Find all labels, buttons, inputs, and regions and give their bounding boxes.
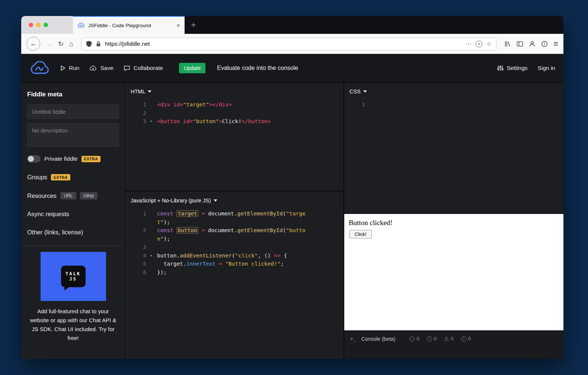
code-token <box>198 227 202 233</box>
code-token: </button> <box>242 118 271 124</box>
fold-caret-icon[interactable]: ▾ <box>146 251 156 260</box>
extra-badge: EXTRA <box>51 174 70 180</box>
zoom-window-button[interactable] <box>44 23 48 27</box>
error-icon: ! <box>409 336 415 342</box>
code-line: n"); <box>125 235 343 243</box>
reload-button[interactable]: ↻ <box>58 41 64 47</box>
code-token: t" <box>157 219 163 225</box>
home-button[interactable]: ⌂ <box>69 41 73 47</box>
code-line: 6}); <box>125 268 343 277</box>
minimize-window-button[interactable] <box>36 23 41 27</box>
code-text: target.innerText = "Button clicked!"; <box>156 260 284 268</box>
console-badges: !0!0⚠0!0 <box>409 336 470 342</box>
settings-button[interactable]: Settings <box>497 65 528 71</box>
fiddle-title-input[interactable] <box>27 104 119 119</box>
sidebar-item-other[interactable]: Other (links, license) <box>27 229 119 236</box>
fold-caret-icon[interactable]: ▾ <box>146 117 156 126</box>
chevron-down-icon[interactable] <box>363 90 367 93</box>
update-button[interactable]: Update <box>179 63 205 73</box>
jsfiddle-logo-icon[interactable] <box>29 61 50 75</box>
bookmark-star-icon[interactable]: ☆ <box>486 41 492 47</box>
code-text <box>375 100 376 109</box>
sidebar-item-async-requests[interactable]: Async requests <box>27 211 119 218</box>
console-bar[interactable]: >_ Console (beta) !0!0⚠0!0 <box>344 330 563 347</box>
html-editor[interactable]: 1<div id="target"></div>23▾<button id="b… <box>125 97 343 126</box>
fiddle-description-input[interactable] <box>27 123 119 147</box>
fold-spacer <box>365 100 375 109</box>
line-number <box>125 235 146 243</box>
css-panel: CSS 1 <box>344 83 563 214</box>
account-icon[interactable] <box>529 41 536 47</box>
sidebar-toggle-icon[interactable] <box>517 41 523 47</box>
line-number: 2 <box>125 226 146 235</box>
js-editor[interactable]: 1const target = document.getElementById(… <box>125 206 343 276</box>
code-text: const target = document.getElementById("… <box>156 209 306 218</box>
library-icon[interactable] <box>504 41 511 47</box>
code-token: getElementById <box>237 211 283 217</box>
code-token: = <box>202 227 205 233</box>
chevron-down-icon[interactable] <box>148 90 151 93</box>
html-panel-label[interactable]: HTML <box>131 89 145 94</box>
line-number: 3 <box>125 117 146 126</box>
code-token: "Button clicked!" <box>225 261 280 267</box>
console-badge-info[interactable]: !0 <box>427 336 437 342</box>
sign-in-link[interactable]: Sign in <box>538 65 555 71</box>
lock-icon <box>96 41 101 47</box>
terminal-icon: >_ <box>350 336 357 342</box>
console-badge-warning[interactable]: ⚠0 <box>444 336 454 342</box>
private-fiddle-label: Private fiddle <box>44 156 78 162</box>
css-editor[interactable]: 1 <box>344 97 563 109</box>
sidebar-item-groups[interactable]: Groups EXTRA <box>27 174 119 181</box>
code-line: 2const button = document.getElementById(… <box>125 226 343 235</box>
tracking-shield-icon[interactable] <box>86 41 92 47</box>
tab-close-icon[interactable]: × <box>176 22 180 29</box>
desktop-background: JSFiddle - Code Playground × + ← → ↻ ⌂ h… <box>0 0 588 375</box>
browser-tab[interactable]: JSFiddle - Code Playground × <box>73 16 185 34</box>
code-line: 4▾button.addEventListener("click", () =>… <box>125 251 343 260</box>
page-actions-icon[interactable]: ⋯ <box>466 41 472 47</box>
code-line: t"); <box>125 218 343 227</box>
sign-in-label: Sign in <box>538 65 555 71</box>
pocket-icon[interactable]: ∨ <box>476 41 482 47</box>
code-token: ( <box>232 253 235 259</box>
js-panel-label[interactable]: JavaScript + No-Library (pure JS) <box>131 198 211 203</box>
cdnjs-chip[interactable]: cdnjs <box>80 192 98 199</box>
toggle-knob <box>28 156 34 162</box>
fold-spacer <box>146 209 156 218</box>
fold-spacer <box>146 218 156 227</box>
save-button[interactable]: Save <box>89 65 113 71</box>
run-button[interactable]: Run <box>60 65 79 71</box>
code-token: innerText <box>186 261 216 267</box>
forward-button[interactable]: → <box>46 41 52 47</box>
url-text[interactable]: https://jsfiddle.net <box>105 41 150 47</box>
back-button[interactable]: ← <box>26 37 40 51</box>
badge-count: 0 <box>416 336 419 342</box>
css-panel-label[interactable]: CSS <box>349 89 361 94</box>
result-click-button[interactable]: Click! <box>349 230 372 238</box>
code-text <box>156 109 157 118</box>
save-cloud-icon <box>89 65 97 71</box>
console-badge-error[interactable]: !0 <box>409 336 419 342</box>
code-token: document. <box>205 227 237 233</box>
sliders-icon <box>497 65 504 71</box>
code-text: n"); <box>156 235 170 243</box>
fold-spacer <box>146 268 156 277</box>
code-token: "click" <box>235 253 258 259</box>
about-icon[interactable] <box>541 41 548 47</box>
warning-icon: ⚠ <box>444 336 449 342</box>
talkjs-ad[interactable]: TALK JS Add full-featured chat to your w… <box>27 246 119 343</box>
collaborate-button[interactable]: Collaborate <box>124 65 163 71</box>
private-fiddle-toggle[interactable] <box>27 155 41 163</box>
tagline: Evaluate code into the console <box>217 65 298 71</box>
menu-icon[interactable]: ≡ <box>553 39 558 49</box>
run-label: Run <box>69 65 79 71</box>
new-tab-button[interactable]: + <box>185 16 202 34</box>
talkjs-logo-text: TALK <box>65 271 81 276</box>
close-window-button[interactable] <box>29 23 33 27</box>
url-chip[interactable]: URL <box>60 192 76 199</box>
code-token: ); <box>163 236 170 242</box>
address-bar[interactable]: https://jsfiddle.net ⋯ ∨ ☆ <box>81 38 496 50</box>
chevron-down-icon[interactable] <box>214 199 217 202</box>
sidebar-item-resources[interactable]: Resources URL cdnjs <box>27 192 119 199</box>
console-badge-debug[interactable]: !0 <box>461 336 471 342</box>
